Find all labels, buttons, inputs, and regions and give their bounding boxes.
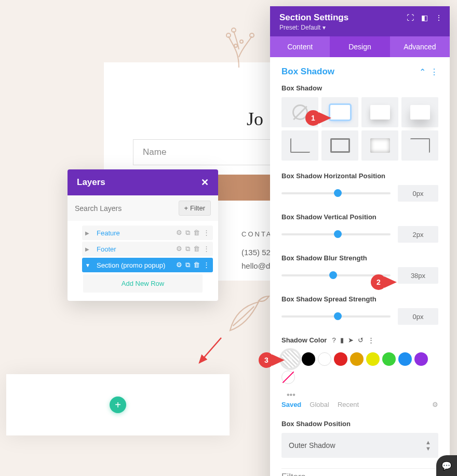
layers-title: Layers: [77, 177, 105, 188]
layer-item-footer[interactable]: ▶ Footer ⚙⧉🗑⋮: [82, 242, 213, 256]
slider-thumb[interactable]: [329, 271, 337, 279]
expand-icon[interactable]: ⛶: [407, 14, 414, 22]
page-title: Jo: [247, 108, 263, 130]
tab-advanced[interactable]: Advanced: [390, 36, 450, 57]
layers-header[interactable]: Layers ✕: [68, 169, 218, 195]
slider-thumb[interactable]: [334, 189, 342, 197]
spread-slider[interactable]: [281, 315, 391, 318]
layer-item-feature[interactable]: ▶ Feature ⚙⧉🗑⋮: [82, 226, 213, 240]
phone-icon[interactable]: ▮: [340, 336, 344, 344]
shadow-position-select[interactable]: Outer Shadow ▲▼: [281, 433, 438, 458]
expand-icon[interactable]: ▶: [85, 230, 93, 236]
shadow-preset-large[interactable]: [401, 97, 438, 127]
spread-label: Box Shadow Spread Strength: [281, 295, 438, 303]
filters-section-toggle[interactable]: Filters: [281, 468, 438, 476]
layers-list: ▶ Feature ⚙⧉🗑⋮ ▶ Footer ⚙⧉🗑⋮ ▼ Section (…: [68, 221, 218, 301]
gear-icon[interactable]: ⚙: [176, 245, 182, 253]
more-icon[interactable]: ⋮: [368, 336, 374, 344]
trash-icon[interactable]: 🗑: [193, 245, 200, 253]
section-toggle[interactable]: Box Shadow ⌃⋮: [281, 67, 438, 77]
shadow-position-label: Box Shadow Position: [281, 420, 438, 428]
more-icon[interactable]: ⋮: [430, 67, 438, 77]
more-colors-button[interactable]: •••: [281, 389, 438, 401]
select-arrows-icon: ▲▼: [425, 439, 431, 452]
shadow-preset-soft[interactable]: [361, 97, 398, 127]
chevron-up-icon[interactable]: ⌃: [419, 67, 426, 77]
blur-value[interactable]: 38px: [398, 267, 438, 284]
layer-label[interactable]: Footer: [93, 245, 176, 253]
gear-icon[interactable]: ⚙: [176, 229, 182, 237]
add-new-row-button[interactable]: Add New Row: [83, 274, 203, 293]
more-icon[interactable]: ⋮: [203, 229, 210, 237]
new-section-preview: +: [6, 374, 230, 435]
v-pos-value[interactable]: 2px: [398, 226, 438, 243]
swatch-black[interactable]: [302, 352, 315, 366]
trash-icon[interactable]: 🗑: [193, 229, 200, 237]
section-title-text: Box Shadow: [281, 67, 334, 77]
plus-icon: +: [184, 204, 189, 212]
sidebar-toggle-icon[interactable]: ◧: [421, 14, 428, 22]
swatch-red[interactable]: [334, 352, 347, 366]
color-tab-recent[interactable]: Recent: [338, 401, 359, 408]
shadow-preset-corner[interactable]: [401, 130, 438, 161]
spread-value[interactable]: 0px: [398, 308, 438, 325]
pointer-icon[interactable]: ➤: [348, 336, 354, 344]
color-tab-saved[interactable]: Saved: [281, 401, 301, 408]
callout-marker-3: 3: [259, 352, 274, 368]
close-icon[interactable]: ✕: [201, 177, 209, 188]
panel-header[interactable]: Section Settings Preset: Default ▾ ⛶ ◧ ⋮: [270, 6, 450, 36]
swatch-yellow[interactable]: [366, 352, 380, 366]
preset-label: Preset: Default: [279, 24, 320, 31]
swatch-transparent[interactable]: [281, 371, 295, 384]
h-pos-slider[interactable]: [281, 192, 391, 194]
preset-dropdown[interactable]: Preset: Default ▾: [279, 24, 440, 31]
layer-item-promo-popup[interactable]: ▼ Section (promo popup) ⚙⧉🗑⋮: [82, 258, 213, 272]
slider-thumb[interactable]: [334, 312, 342, 320]
svg-point-3: [240, 40, 243, 43]
layer-label[interactable]: Section (promo popup): [93, 261, 176, 269]
h-pos-value[interactable]: 0px: [398, 185, 438, 202]
more-icon[interactable]: ⋮: [435, 14, 442, 22]
layers-search-row: +Filter: [68, 195, 218, 221]
filter-button[interactable]: +Filter: [179, 201, 211, 216]
gear-icon[interactable]: ⚙: [176, 261, 182, 269]
shadow-preset-inset[interactable]: [361, 130, 398, 161]
layer-label[interactable]: Feature: [93, 229, 176, 237]
search-input[interactable]: [75, 204, 174, 213]
help-icon[interactable]: ?: [332, 336, 335, 344]
more-icon[interactable]: ⋮: [203, 261, 210, 269]
color-swatches: ✎: [281, 350, 438, 384]
duplicate-icon[interactable]: ⧉: [185, 261, 190, 269]
swatch-green[interactable]: [382, 352, 396, 366]
trash-icon[interactable]: 🗑: [193, 261, 200, 269]
reset-icon[interactable]: ↺: [358, 336, 364, 344]
help-chat-button[interactable]: 💬: [436, 455, 457, 476]
panel-tabs: Content Design Advanced: [270, 36, 450, 57]
slider-thumb[interactable]: [334, 230, 342, 238]
more-icon[interactable]: ⋮: [203, 245, 210, 253]
duplicate-icon[interactable]: ⧉: [185, 229, 190, 237]
tab-design[interactable]: Design: [330, 36, 389, 57]
swatch-blue[interactable]: [398, 352, 412, 366]
duplicate-icon[interactable]: ⧉: [185, 245, 190, 253]
shadow-color-label: Shadow Color: [281, 336, 327, 344]
swatch-white[interactable]: [318, 352, 331, 366]
swatch-purple[interactable]: [414, 352, 428, 366]
color-tab-global[interactable]: Global: [310, 401, 329, 408]
add-section-button[interactable]: +: [110, 396, 126, 413]
swatch-orange[interactable]: [350, 352, 364, 366]
tab-content[interactable]: Content: [270, 36, 330, 57]
submit-button[interactable]: [217, 175, 274, 201]
collapse-icon[interactable]: ▼: [85, 262, 93, 268]
h-pos-label: Box Shadow Horizontal Position: [281, 172, 438, 180]
shadow-preset-outline[interactable]: [321, 130, 358, 161]
layers-panel: Layers ✕ +Filter ▶ Feature ⚙⧉🗑⋮ ▶ Footer…: [68, 169, 218, 301]
box-shadow-label: Box Shadow: [281, 84, 438, 92]
filter-label: Filter: [190, 204, 205, 212]
expand-icon[interactable]: ▶: [85, 246, 93, 252]
callout-marker-2: 2: [371, 274, 386, 290]
settings-panel: Section Settings Preset: Default ▾ ⛶ ◧ ⋮…: [270, 6, 450, 476]
color-settings-icon[interactable]: ⚙: [432, 401, 438, 408]
shadow-preset-bottom-left[interactable]: [281, 130, 318, 161]
v-pos-slider[interactable]: [281, 233, 391, 235]
